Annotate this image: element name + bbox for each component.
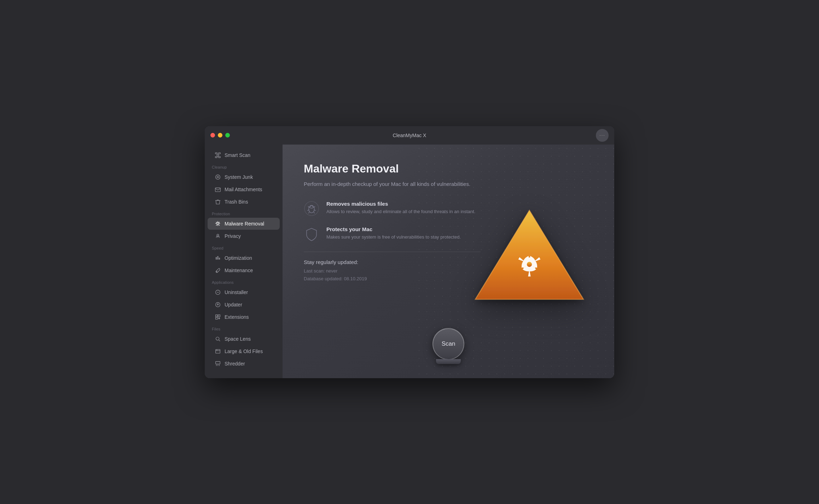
shield-icon — [304, 226, 319, 242]
malware-icon — [215, 221, 221, 227]
section-label-applications: Applications — [205, 277, 283, 286]
scan-button[interactable]: Scan — [432, 328, 464, 360]
sidebar-item-label: Extensions — [225, 314, 249, 320]
sidebar-item-extensions[interactable]: Extensions — [208, 311, 280, 323]
main-content: Malware Removal Perform an in-depth chec… — [283, 145, 614, 378]
titlebar: CleanMyMac X ··· — [205, 126, 614, 145]
large-files-icon — [215, 348, 221, 354]
sidebar-item-smart-scan[interactable]: Smart Scan — [208, 149, 280, 161]
maximize-button[interactable] — [225, 133, 230, 137]
sidebar-item-label: Malware Removal — [225, 221, 264, 227]
svg-point-4 — [217, 154, 219, 156]
feature-description: Allows to review, study and eliminate al… — [326, 208, 475, 215]
sidebar-item-label: Large & Old Files — [225, 348, 263, 354]
page-subtitle: Perform an in-depth checkup of your Mac … — [304, 180, 481, 188]
sidebar-item-trash-bins[interactable]: Trash Bins — [208, 196, 280, 208]
sidebar-item-label: Optimization — [225, 255, 252, 261]
page-title: Malware Removal — [304, 162, 481, 175]
traffic-lights — [210, 133, 230, 137]
svg-point-5 — [216, 175, 220, 179]
sidebar-item-label: Smart Scan — [225, 152, 250, 158]
close-button[interactable] — [210, 133, 215, 137]
sidebar-item-system-junk[interactable]: System Junk — [208, 171, 280, 183]
minimize-button[interactable] — [218, 133, 222, 137]
section-label-files: Files — [205, 323, 283, 333]
bug-icon — [304, 201, 319, 216]
sidebar-item-mail-attachments[interactable]: Mail Attachments — [208, 183, 280, 195]
svg-rect-16 — [216, 349, 220, 353]
sidebar-item-shredder[interactable]: Shredder — [208, 358, 280, 370]
last-scan-text: Last scan: never — [304, 267, 481, 275]
divider — [304, 252, 481, 252]
sidebar-item-label: Privacy — [225, 233, 241, 239]
sidebar-item-space-lens[interactable]: Space Lens — [208, 333, 280, 345]
update-section: Stay regularly updated: Last scan: never… — [304, 259, 481, 283]
content-area: Smart Scan Cleanup System Junk Mail Atta… — [205, 145, 614, 378]
uninstaller-icon — [215, 289, 221, 295]
sidebar-item-label: System Junk — [225, 174, 253, 180]
section-label-protection: Protection — [205, 208, 283, 217]
section-label-speed: Speed — [205, 242, 283, 252]
trash-icon — [215, 199, 221, 205]
sidebar-item-privacy[interactable]: Privacy — [208, 230, 280, 242]
maintenance-icon — [215, 267, 221, 274]
svg-point-22 — [312, 206, 313, 207]
svg-rect-0 — [215, 152, 217, 154]
sidebar-item-label: Uninstaller — [225, 289, 248, 295]
sidebar-item-malware-removal[interactable]: Malware Removal — [208, 218, 280, 230]
scan-button-base — [436, 359, 461, 364]
sidebar-item-label: Space Lens — [225, 336, 251, 342]
svg-rect-1 — [219, 152, 220, 154]
sidebar-item-label: Shredder — [225, 361, 245, 367]
svg-point-14 — [216, 337, 219, 340]
svg-point-24 — [527, 262, 532, 267]
sidebar: Smart Scan Cleanup System Junk Mail Atta… — [205, 145, 283, 378]
svg-point-18 — [304, 201, 319, 216]
sidebar-item-label: Maintenance — [225, 268, 253, 273]
svg-point-10 — [216, 271, 217, 272]
shredder-icon — [215, 361, 221, 367]
feature-text-removes: Removes malicious files Allows to review… — [326, 201, 475, 215]
svg-rect-2 — [215, 156, 217, 158]
feature-removes-malicious: Removes malicious files Allows to review… — [304, 201, 481, 216]
smart-scan-icon — [215, 152, 221, 158]
svg-point-7 — [217, 222, 219, 224]
biohazard-graphic — [466, 198, 593, 325]
privacy-icon — [215, 233, 221, 239]
sidebar-item-label: Mail Attachments — [225, 187, 262, 192]
feature-protects-mac: Protects your Mac Makes sure your system… — [304, 226, 481, 242]
sidebar-item-maintenance[interactable]: Maintenance — [208, 264, 280, 276]
more-options-button[interactable]: ··· — [596, 129, 609, 142]
sidebar-item-optimization[interactable]: Optimization — [208, 252, 280, 264]
feature-heading: Protects your Mac — [326, 226, 461, 232]
feature-text-protects: Protects your Mac Makes sure your system… — [326, 226, 461, 241]
scan-button-container: Scan — [432, 328, 464, 364]
svg-rect-6 — [215, 188, 220, 192]
sidebar-item-label: Updater — [225, 302, 242, 307]
feature-heading: Removes malicious files — [326, 201, 475, 207]
extensions-icon — [215, 314, 221, 320]
space-lens-icon — [215, 336, 221, 342]
svg-rect-3 — [219, 156, 220, 158]
app-window: CleanMyMac X ··· Smart Scan Cleanup — [205, 126, 614, 378]
sidebar-item-label: Trash Bins — [225, 199, 248, 205]
section-label-cleanup: Cleanup — [205, 162, 283, 171]
svg-rect-17 — [216, 361, 220, 364]
system-junk-icon — [215, 174, 221, 180]
svg-line-15 — [219, 340, 220, 341]
feature-description: Makes sure your system is free of vulner… — [326, 234, 461, 241]
sidebar-item-large-old-files[interactable]: Large & Old Files — [208, 345, 280, 357]
database-updated-text: Database updated: 08.10.2019 — [304, 275, 481, 283]
svg-point-21 — [310, 206, 311, 207]
optimization-icon — [215, 255, 221, 261]
update-title: Stay regularly updated: — [304, 259, 481, 265]
content-panel: Malware Removal Perform an in-depth chec… — [304, 162, 481, 283]
sidebar-item-uninstaller[interactable]: Uninstaller — [208, 286, 280, 298]
sidebar-item-updater[interactable]: Updater — [208, 299, 280, 311]
app-title: CleanMyMac X — [393, 133, 426, 138]
svg-point-8 — [217, 234, 219, 236]
mail-icon — [215, 186, 221, 193]
updater-icon — [215, 301, 221, 308]
